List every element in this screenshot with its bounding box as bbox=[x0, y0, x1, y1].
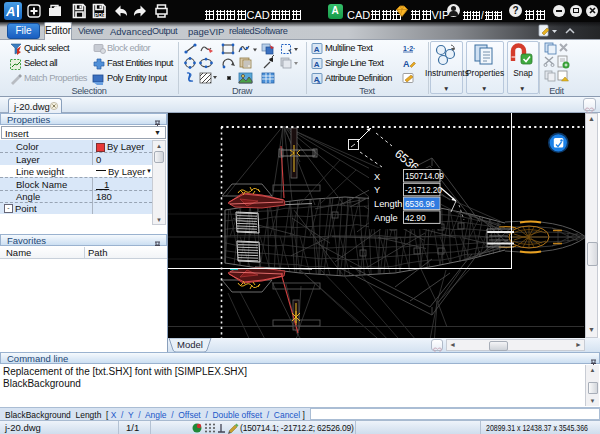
svg-text:A: A bbox=[314, 60, 320, 69]
svg-text:A: A bbox=[314, 45, 320, 54]
svg-text:Angle: Angle bbox=[374, 213, 398, 223]
svg-text:Y: Y bbox=[374, 185, 380, 195]
svg-text:150714.09: 150714.09 bbox=[405, 171, 444, 181]
svg-text:A: A bbox=[403, 59, 410, 69]
svg-text:X: X bbox=[374, 172, 380, 182]
svg-text:Length: Length bbox=[374, 199, 402, 209]
svg-text:1·2·: 1·2· bbox=[403, 45, 415, 52]
svg-text:42.90: 42.90 bbox=[405, 213, 426, 223]
svg-text:6536.96: 6536.96 bbox=[405, 199, 435, 209]
svg-text:-21712.20: -21712.20 bbox=[405, 185, 442, 195]
svg-text:PDF: PDF bbox=[95, 12, 107, 18]
